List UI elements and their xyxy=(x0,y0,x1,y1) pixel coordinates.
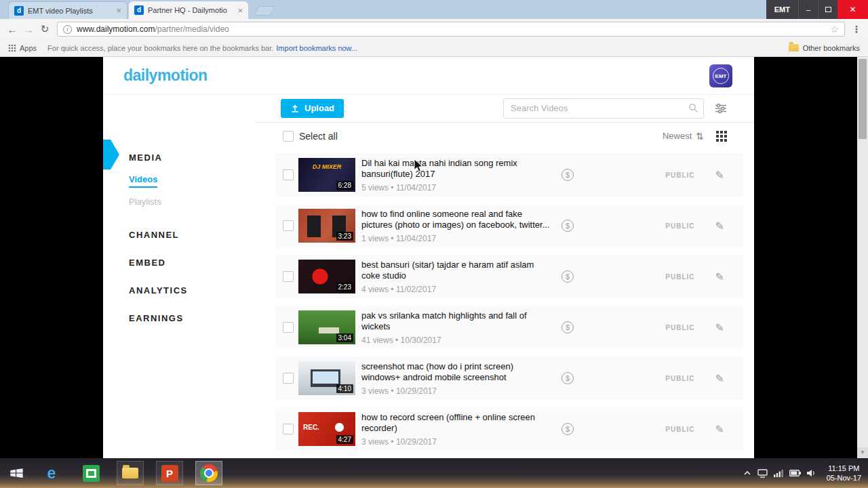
video-info: how to find online someone real and fake… xyxy=(361,209,555,243)
minimize-button[interactable]: – xyxy=(798,0,818,19)
video-thumbnail[interactable]: 3:23 xyxy=(298,209,355,243)
video-checkbox[interactable] xyxy=(283,322,294,333)
sidebar-item-earnings[interactable]: EARNINGS xyxy=(129,313,184,323)
tab-close-icon[interactable]: × xyxy=(237,5,243,16)
video-title[interactable]: how to find online someone real and fake… xyxy=(361,209,555,230)
dailymotion-partner-page: dailymotion EMT MEDIA Videos Playlists C… xyxy=(103,57,754,458)
edit-icon[interactable]: ✎ xyxy=(715,372,724,385)
sidebar-item-analytics[interactable]: ANALYTICS xyxy=(129,285,188,296)
search-icon[interactable] xyxy=(688,103,698,113)
account-avatar[interactable]: EMT xyxy=(709,64,732,87)
network-signal-icon[interactable] xyxy=(774,469,783,477)
video-checkbox[interactable] xyxy=(283,373,294,384)
edit-icon[interactable]: ✎ xyxy=(715,321,724,334)
tab-partner-hq[interactable]: d Partner HQ - Dailymotio × xyxy=(129,1,248,19)
scroll-down-icon[interactable]: ▼ xyxy=(857,447,868,458)
window-controls: EMT – ✕ xyxy=(766,0,868,19)
site-header: dailymotion EMT xyxy=(103,57,754,95)
video-checkbox[interactable] xyxy=(283,169,294,180)
apps-grid-icon xyxy=(8,44,16,52)
video-title[interactable]: screenshot mac (how do i print screen) w… xyxy=(361,361,555,383)
video-list: DJ MIXER 6:28 Dil hai kai manta nahi ind… xyxy=(255,150,754,458)
video-row: 2:23 best bansuri (sitar) tajdar e haram… xyxy=(275,255,743,298)
reload-button[interactable]: ↻ xyxy=(37,23,53,35)
edit-icon[interactable]: ✎ xyxy=(715,270,724,283)
video-title[interactable]: Dil hai kai manta nahi indian song remix… xyxy=(361,158,555,180)
sidebar-item-playlists[interactable]: Playlists xyxy=(129,197,161,207)
tab-title: EMT video Playlists xyxy=(28,7,113,15)
browser-menu-icon[interactable]: ⋮ xyxy=(849,24,864,35)
video-status: PUBLIC xyxy=(665,222,694,230)
address-bar[interactable]: i www.dailymotion.com /partner/media/vid… xyxy=(57,22,845,37)
page-scrollbar[interactable]: ▼ xyxy=(857,57,868,458)
grid-view-icon[interactable] xyxy=(716,131,727,142)
edit-icon[interactable]: ✎ xyxy=(715,423,724,436)
video-thumbnail[interactable]: 3:04 xyxy=(298,310,355,344)
start-button[interactable] xyxy=(0,458,33,488)
internet-explorer-icon[interactable]: e xyxy=(38,461,65,485)
edit-icon[interactable]: ✎ xyxy=(715,220,724,232)
sort-direction-icon[interactable]: ⇅ xyxy=(696,131,704,142)
apps-shortcut[interactable]: Apps xyxy=(8,44,37,52)
show-hidden-icons-chevron[interactable] xyxy=(743,470,751,476)
sidebar-item-media[interactable]: MEDIA xyxy=(129,152,162,163)
edit-icon[interactable]: ✎ xyxy=(715,169,724,182)
video-meta: 3 views • 10/29/2017 xyxy=(361,437,555,447)
video-thumbnail[interactable]: 4:10 xyxy=(298,361,355,395)
other-bookmarks-label: Other bookmarks xyxy=(803,44,860,52)
page-info-icon[interactable]: i xyxy=(63,25,72,34)
video-thumbnail[interactable]: REC. 4:27 xyxy=(298,412,355,446)
tab-close-icon[interactable]: × xyxy=(116,5,121,16)
battery-icon[interactable] xyxy=(789,470,801,476)
search-input[interactable] xyxy=(503,98,704,119)
monetization-icon[interactable]: $ xyxy=(561,270,574,283)
select-all-checkbox[interactable] xyxy=(283,131,294,142)
page-body: MEDIA Videos Playlists CHANNEL EMBED ANA… xyxy=(103,95,754,458)
video-status: PUBLIC xyxy=(665,375,694,382)
video-checkbox[interactable] xyxy=(283,271,294,282)
tab-title: Partner HQ - Dailymotio xyxy=(148,6,235,14)
active-section-flag-icon xyxy=(103,140,119,169)
powerpoint-icon[interactable]: P xyxy=(156,461,183,485)
sort-button[interactable]: Newest xyxy=(663,131,692,141)
close-button[interactable]: ✕ xyxy=(837,0,868,19)
maximize-button[interactable] xyxy=(818,0,837,19)
avatar-label: EMT xyxy=(713,68,729,84)
upload-button[interactable]: Upload xyxy=(281,99,344,118)
video-thumbnail[interactable]: 2:23 xyxy=(298,260,355,293)
windows-taskbar: e P 11:15 PM 05-Nov-17 xyxy=(0,458,868,488)
monetization-icon[interactable]: $ xyxy=(561,423,574,435)
video-thumbnail[interactable]: DJ MIXER 6:28 xyxy=(298,158,355,192)
tab-emt-video-playlists[interactable]: d EMT video Playlists × xyxy=(8,1,127,19)
pc-status-icon[interactable] xyxy=(757,469,768,478)
volume-icon[interactable] xyxy=(807,469,816,477)
monetization-icon[interactable]: $ xyxy=(561,220,574,232)
new-tab-button[interactable] xyxy=(254,6,275,16)
sidebar-item-embed[interactable]: EMBED xyxy=(129,258,165,268)
video-title[interactable]: pak vs srilanka match highlights and fal… xyxy=(361,310,555,332)
url-path: /partner/media/video xyxy=(155,24,229,34)
monetization-icon[interactable]: $ xyxy=(561,169,574,181)
other-bookmarks-button[interactable]: Other bookmarks xyxy=(789,44,860,52)
monetization-icon[interactable]: $ xyxy=(561,321,574,333)
taskbar-clock[interactable]: 11:15 PM 05-Nov-17 xyxy=(827,464,861,483)
dailymotion-logo[interactable]: dailymotion xyxy=(123,66,208,85)
video-checkbox[interactable] xyxy=(283,424,294,434)
video-checkbox[interactable] xyxy=(283,220,294,231)
video-duration: 4:27 xyxy=(336,435,353,444)
video-row: 3:04 pak vs srilanka match highlights an… xyxy=(275,306,743,349)
monetization-icon[interactable]: $ xyxy=(561,372,574,384)
video-title[interactable]: best bansuri (sitar) tajdar e haram atif… xyxy=(361,260,555,281)
import-bookmarks-link[interactable]: Import bookmarks now... xyxy=(276,44,357,52)
back-button[interactable]: ← xyxy=(4,24,20,35)
bookmark-star-icon[interactable]: ☆ xyxy=(830,24,839,35)
video-title[interactable]: how to record screen (offline + online s… xyxy=(361,412,555,434)
green-app-icon[interactable] xyxy=(77,461,104,485)
chrome-icon[interactable] xyxy=(195,461,222,485)
scrollbar-thumb[interactable] xyxy=(859,59,867,139)
sidebar-item-channel[interactable]: CHANNEL xyxy=(129,230,179,240)
filter-icon[interactable] xyxy=(715,103,727,114)
forward-button[interactable]: → xyxy=(20,24,37,35)
file-explorer-icon[interactable] xyxy=(117,461,144,485)
sidebar-item-videos[interactable]: Videos xyxy=(129,174,157,188)
